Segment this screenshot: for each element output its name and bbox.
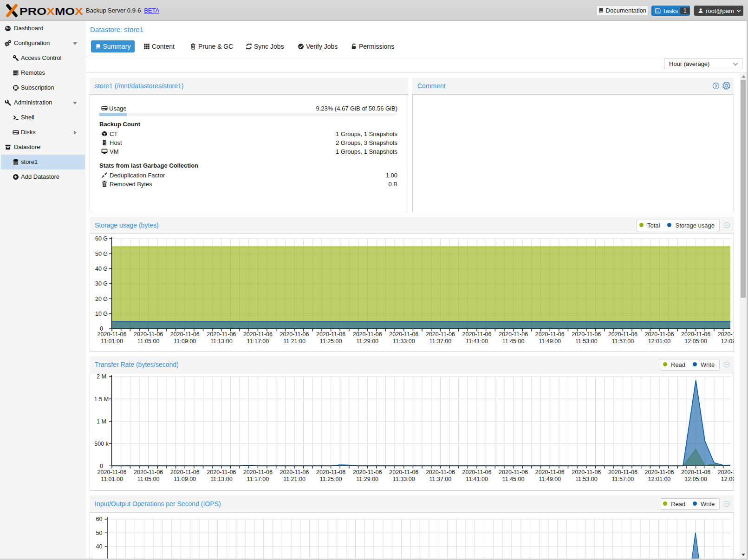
svg-text:500 k: 500 k: [94, 441, 109, 447]
svg-text:11:57:00: 11:57:00: [612, 476, 634, 482]
svg-text:11:25:00: 11:25:00: [320, 476, 342, 482]
svg-text:11:01:00: 11:01:00: [101, 476, 123, 482]
svg-text:2020-11-06: 2020-11-06: [316, 331, 345, 338]
svg-text:2020-11-06: 2020-11-06: [243, 331, 273, 338]
svg-text:2020-11-06: 2020-11-06: [426, 331, 455, 338]
svg-text:60 G: 60 G: [95, 235, 108, 242]
svg-text:2020-11-06: 2020-11-06: [535, 331, 565, 338]
svg-text:PROXMOX: PROXMOX: [20, 6, 84, 17]
svg-text:11:05:00: 11:05:00: [137, 338, 160, 345]
svg-text:2020-11-06: 2020-11-06: [499, 331, 528, 338]
svg-text:2020-11-06: 2020-11-06: [280, 469, 309, 475]
svg-text:11:53:00: 11:53:00: [575, 476, 598, 482]
svg-text:2020-11-06: 2020-11-06: [535, 469, 565, 475]
svg-text:2020-11-06: 2020-11-06: [389, 331, 418, 338]
svg-text:50: 50: [96, 530, 103, 536]
svg-text:12:01:00: 12:01:00: [648, 476, 671, 482]
svg-text:11:45:00: 11:45:00: [502, 338, 525, 345]
svg-text:11:41:00: 11:41:00: [466, 476, 488, 482]
svg-text:11:45:00: 11:45:00: [502, 476, 525, 482]
svg-text:2020-11-06: 2020-11-06: [97, 331, 126, 338]
svg-text:11:33:00: 11:33:00: [393, 338, 415, 345]
svg-text:11:05:00: 11:05:00: [137, 476, 160, 482]
svg-text:2020-11-06: 2020-11-06: [316, 469, 345, 475]
svg-text:2020-11-06: 2020-11-06: [134, 331, 163, 338]
svg-text:11:01:00: 11:01:00: [101, 338, 123, 345]
svg-text:60: 60: [96, 516, 103, 522]
svg-text:12:01:00: 12:01:00: [648, 338, 671, 345]
svg-text:2020-11-06: 2020-11-06: [243, 469, 273, 475]
svg-text:30 G: 30 G: [95, 280, 108, 287]
svg-text:11:49:00: 11:49:00: [539, 476, 561, 482]
svg-text:11:33:00: 11:33:00: [393, 476, 415, 482]
svg-text:11:41:00: 11:41:00: [466, 338, 488, 345]
svg-text:1 M: 1 M: [97, 418, 106, 425]
svg-text:2020-11-06: 2020-11-06: [426, 469, 455, 475]
svg-text:11:29:00: 11:29:00: [356, 338, 378, 345]
svg-text:0: 0: [100, 463, 103, 469]
svg-text:11:17:00: 11:17:00: [247, 338, 269, 345]
svg-text:11:17:00: 11:17:00: [247, 476, 269, 482]
svg-text:11:13:00: 11:13:00: [210, 476, 233, 482]
svg-text:2020-11-06: 2020-11-06: [572, 469, 601, 475]
svg-text:11:57:00: 11:57:00: [612, 338, 634, 345]
svg-text:11:37:00: 11:37:00: [429, 338, 452, 345]
svg-text:2020-11-06: 2020-11-06: [718, 331, 734, 338]
svg-text:2020-11-06: 2020-11-06: [353, 331, 382, 338]
svg-text:40: 40: [96, 543, 103, 550]
svg-text:11:37:00: 11:37:00: [429, 476, 452, 482]
svg-text:2020-11-06: 2020-11-06: [681, 331, 710, 338]
svg-text:2020-11-06: 2020-11-06: [608, 469, 637, 475]
svg-text:1.5 M: 1.5 M: [94, 396, 109, 403]
svg-text:2020-11-06: 2020-11-06: [572, 331, 601, 338]
svg-text:10 G: 10 G: [95, 311, 108, 317]
svg-text:11:53:00: 11:53:00: [575, 338, 598, 345]
svg-text:2020-11-06: 2020-11-06: [134, 469, 163, 475]
svg-text:12:05:00: 12:05:00: [684, 476, 707, 482]
svg-text:2020-11-06: 2020-11-06: [207, 469, 236, 475]
svg-text:2020-11-06: 2020-11-06: [280, 331, 309, 338]
svg-text:20 G: 20 G: [95, 296, 108, 302]
svg-text:2020-11-06: 2020-11-06: [207, 331, 236, 338]
svg-text:2020-11-06: 2020-11-06: [389, 469, 418, 475]
svg-text:2020-11-06: 2020-11-06: [499, 469, 528, 475]
svg-text:2020-11-06: 2020-11-06: [644, 331, 674, 338]
svg-text:11:13:00: 11:13:00: [210, 338, 233, 345]
svg-text:50 G: 50 G: [95, 251, 108, 257]
svg-text:11:21:00: 11:21:00: [283, 476, 306, 482]
svg-text:2020-11-06: 2020-11-06: [97, 469, 126, 475]
svg-text:11:29:00: 11:29:00: [356, 476, 378, 482]
svg-text:2020-11-06: 2020-11-06: [170, 331, 200, 338]
svg-text:11:25:00: 11:25:00: [320, 338, 342, 345]
svg-text:11:09:00: 11:09:00: [174, 338, 196, 345]
svg-text:2020-11-06: 2020-11-06: [681, 469, 710, 475]
svg-text:12:09:00: 12:09:00: [721, 338, 734, 345]
svg-text:11:21:00: 11:21:00: [283, 338, 306, 345]
svg-text:2020-11-06: 2020-11-06: [170, 469, 200, 475]
svg-text:2020-11-06: 2020-11-06: [462, 469, 491, 475]
svg-text:2020-11-06: 2020-11-06: [353, 469, 382, 475]
svg-text:2020-11-06: 2020-11-06: [718, 469, 734, 475]
svg-text:2 M: 2 M: [97, 373, 106, 380]
svg-text:11:09:00: 11:09:00: [174, 476, 196, 482]
svg-text:2020-11-06: 2020-11-06: [608, 331, 637, 338]
svg-text:40 G: 40 G: [95, 266, 108, 272]
svg-text:11:49:00: 11:49:00: [539, 338, 561, 345]
svg-text:12:09:00: 12:09:00: [721, 476, 734, 482]
svg-text:2020-11-06: 2020-11-06: [644, 469, 674, 475]
svg-text:2020-11-06: 2020-11-06: [462, 331, 491, 338]
svg-text:12:05:00: 12:05:00: [684, 338, 707, 345]
